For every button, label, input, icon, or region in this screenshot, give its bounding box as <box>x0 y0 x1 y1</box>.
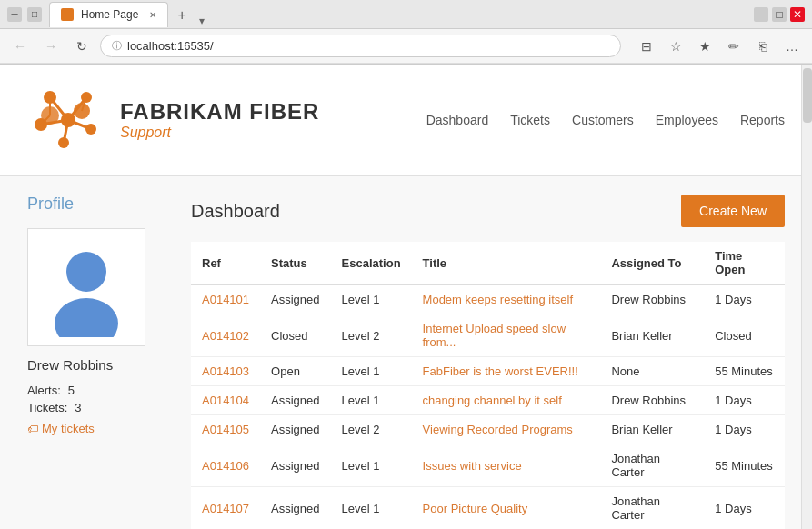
cell-title: FabFiber is the worst EVER!!! <box>412 357 601 386</box>
cell-time: 1 Days <box>704 487 785 530</box>
page-wrapper: FABRIKAM FIBER Support Dashboard Tickets… <box>0 65 812 529</box>
table-body: A014101 Assigned Level 1 Modem keeps res… <box>191 284 785 529</box>
window-close-btn[interactable]: ✕ <box>790 7 805 22</box>
cell-escalation: Level 1 <box>331 357 412 386</box>
nav-tickets[interactable]: Tickets <box>510 113 550 127</box>
cell-time: 1 Days <box>704 284 785 314</box>
ref-link[interactable]: A014105 <box>202 423 249 436</box>
cell-escalation: Level 2 <box>331 415 412 444</box>
nav-reports[interactable]: Reports <box>740 113 785 127</box>
dashboard-title: Dashboard <box>191 201 280 222</box>
cell-assigned: Drew Robbins <box>600 386 704 415</box>
title-link[interactable]: FabFiber is the worst EVER!!! <box>423 364 578 378</box>
new-tab-button[interactable]: + <box>170 4 193 27</box>
minimize-icon[interactable]: ─ <box>7 7 22 22</box>
title-bar: ─ □ Home Page ✕ + ▾ ─ □ ✕ <box>0 0 812 29</box>
alerts-row: Alerts: 5 <box>27 384 173 397</box>
tab-bar: Home Page ✕ + ▾ <box>49 2 747 27</box>
pen-icon[interactable]: ✏ <box>721 34 747 59</box>
window-restore-btn[interactable]: □ <box>772 7 787 22</box>
cell-ref: A014103 <box>191 357 260 386</box>
page-content: FABRIKAM FIBER Support Dashboard Tickets… <box>0 65 812 529</box>
browser-chrome: ─ □ Home Page ✕ + ▾ ─ □ ✕ ← → ↻ ⓘ localh… <box>0 0 812 65</box>
title-link[interactable]: Viewing Recorded Programs <box>423 423 573 436</box>
cell-ref: A014106 <box>191 444 260 487</box>
collections-icon[interactable]: ★ <box>692 34 717 59</box>
nav-customers[interactable]: Customers <box>572 113 634 127</box>
ref-link[interactable]: A014101 <box>202 293 249 306</box>
ref-link[interactable]: A014102 <box>202 329 249 343</box>
logo-image <box>27 79 109 161</box>
brand-text: FABRIKAM FIBER Support <box>120 99 319 141</box>
cell-assigned: Brian Keller <box>600 415 704 444</box>
ref-link[interactable]: A014107 <box>202 502 249 515</box>
nav-employees[interactable]: Employees <box>656 113 718 127</box>
cell-assigned: Jonathan Carter <box>600 487 704 530</box>
main-content: Profile Drew Robbins Alerts: 5 Tickets: … <box>0 176 812 529</box>
scroll-thumb[interactable] <box>803 68 812 123</box>
forward-button[interactable]: → <box>38 34 64 59</box>
cell-status: Assigned <box>260 415 330 444</box>
cell-assigned: Jonathan Carter <box>600 444 704 487</box>
cell-escalation: Level 2 <box>331 314 412 357</box>
cell-status: Assigned <box>260 284 330 314</box>
col-title: Title <box>412 242 601 284</box>
tickets-row: Tickets: 3 <box>27 401 173 414</box>
tab-favicon <box>61 8 74 21</box>
svg-point-17 <box>66 252 106 292</box>
table-row: A014106 Assigned Level 1 Issues with ser… <box>191 444 785 487</box>
title-link[interactable]: changing channel by it self <box>423 394 562 407</box>
col-time: Time Open <box>704 242 785 284</box>
restore-icon[interactable]: □ <box>27 7 42 22</box>
active-tab[interactable]: Home Page ✕ <box>49 2 168 27</box>
ref-link[interactable]: A014104 <box>202 394 249 407</box>
cell-status: Closed <box>260 314 330 357</box>
window-minimize-btn[interactable]: ─ <box>754 7 768 22</box>
title-link[interactable]: Issues with service <box>423 459 522 473</box>
ref-link[interactable]: A014106 <box>202 459 249 473</box>
tab-dropdown-icon[interactable]: ▾ <box>199 15 205 27</box>
avatar <box>36 237 136 337</box>
table-header: Ref Status Escalation Title Assigned To … <box>191 242 785 284</box>
col-escalation: Escalation <box>331 242 412 284</box>
create-new-button[interactable]: Create New <box>681 195 785 227</box>
toolbar-icons: ⊟ ☆ ★ ✏ ⎗ … <box>634 34 805 59</box>
cell-ref: A014102 <box>191 314 260 357</box>
menu-icon[interactable]: … <box>779 34 805 59</box>
back-button[interactable]: ← <box>7 34 33 59</box>
nav-dashboard[interactable]: Dashboard <box>426 113 489 127</box>
title-bar-controls: ─ □ <box>7 7 42 22</box>
favorites-icon[interactable]: ☆ <box>663 34 688 59</box>
cell-time: 55 Minutes <box>704 444 785 487</box>
cell-assigned: Drew Robbins <box>600 284 704 314</box>
refresh-button[interactable]: ↻ <box>69 34 95 59</box>
cell-status: Assigned <box>260 487 330 530</box>
title-link[interactable]: Poor Picture Quality <box>423 502 528 515</box>
my-tickets-link[interactable]: 🏷 My tickets <box>27 422 173 435</box>
table-row: A014107 Assigned Level 1 Poor Picture Qu… <box>191 487 785 530</box>
cell-title: Issues with service <box>412 444 601 487</box>
table-row: A014101 Assigned Level 1 Modem keeps res… <box>191 284 785 314</box>
security-icon: ⓘ <box>112 39 122 53</box>
dashboard-header: Dashboard Create New <box>191 195 785 227</box>
brand-sub: Support <box>120 125 319 141</box>
url-input[interactable]: ⓘ localhost:16535/ <box>100 35 621 57</box>
tab-close-icon[interactable]: ✕ <box>149 10 156 20</box>
scrollbar[interactable] <box>801 65 812 529</box>
share-icon[interactable]: ⎗ <box>750 34 776 59</box>
tab-title: Home Page <box>81 8 138 21</box>
cell-ref: A014105 <box>191 415 260 444</box>
cell-time: 55 Minutes <box>704 357 785 386</box>
dashboard-area: Dashboard Create New Ref Status Escalati… <box>191 195 785 529</box>
logo-area: FABRIKAM FIBER Support <box>27 79 319 161</box>
site-header: FABRIKAM FIBER Support Dashboard Tickets… <box>0 65 812 176</box>
reader-view-icon[interactable]: ⊟ <box>634 34 659 59</box>
nav-menu: Dashboard Tickets Customers Employees Re… <box>426 113 785 127</box>
title-link[interactable]: Modem keeps resetting itself <box>423 293 573 306</box>
tickets-label: Tickets: <box>27 401 67 414</box>
title-link[interactable]: Internet Upload speed slow from... <box>423 322 566 349</box>
cell-ref: A014101 <box>191 284 260 314</box>
cell-title: Internet Upload speed slow from... <box>412 314 601 357</box>
ref-link[interactable]: A014103 <box>202 364 249 378</box>
url-text: localhost:16535/ <box>127 39 214 53</box>
